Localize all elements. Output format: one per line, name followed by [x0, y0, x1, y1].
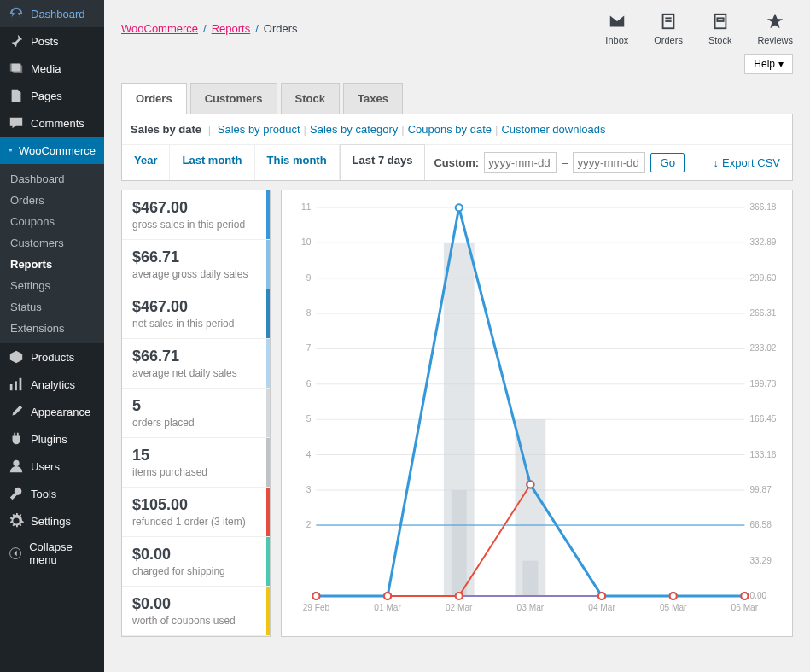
stat-value: $0.00 — [132, 595, 259, 613]
sidebar-item-appearance[interactable]: Appearance — [0, 398, 104, 425]
stat-color-bar — [266, 488, 270, 536]
sidebar-item-posts[interactable]: Posts — [0, 27, 104, 55]
stat-item[interactable]: $467.00gross sales in this period — [122, 190, 270, 240]
tab-taxes[interactable]: Taxes — [343, 83, 403, 114]
export-csv-button[interactable]: ↓ Export CSV — [702, 145, 792, 180]
submenu-reports[interactable]: Reports — [0, 254, 104, 275]
tab-stock[interactable]: Stock — [281, 83, 340, 114]
sidebar-item-pages[interactable]: Pages — [0, 82, 104, 109]
stats-panel: $467.00gross sales in this period$66.71a… — [121, 190, 271, 637]
svg-text:05 Mar: 05 Mar — [660, 603, 687, 612]
subtab-link[interactable]: Sales by category — [310, 123, 398, 136]
submenu-customers[interactable]: Customers — [0, 232, 104, 254]
range-this-month[interactable]: This month — [255, 145, 340, 180]
svg-point-63 — [312, 593, 319, 599]
date-to-input[interactable] — [573, 152, 645, 173]
sidebar-item-users[interactable]: Users — [0, 453, 104, 480]
svg-point-69 — [741, 593, 748, 599]
admin-sidebar: DashboardPostsMediaPagesCommentsWooWooCo… — [0, 0, 104, 672]
subtab-link[interactable]: Coupons by date — [408, 123, 492, 136]
submenu-status[interactable]: Status — [0, 296, 104, 318]
submenu-extensions[interactable]: Extensions — [0, 318, 104, 339]
range-year[interactable]: Year — [122, 145, 170, 180]
svg-rect-3 — [15, 381, 17, 390]
stat-item[interactable]: $0.00worth of coupons used — [122, 587, 270, 636]
svg-text:8: 8 — [306, 308, 312, 318]
user-icon — [9, 459, 24, 474]
stat-label: orders placed — [132, 417, 259, 429]
svg-text:299.60: 299.60 — [749, 273, 776, 283]
stat-item[interactable]: $66.71average net daily sales — [122, 339, 270, 389]
sidebar-item-label: WooCommerce — [19, 144, 96, 157]
stat-value: 5 — [132, 397, 259, 415]
submenu-orders[interactable]: Orders — [0, 190, 104, 211]
custom-label: Custom: — [434, 156, 479, 169]
sidebar-item-tools[interactable]: Tools — [0, 480, 104, 507]
stat-label: refunded 1 order (3 item) — [132, 516, 259, 528]
svg-point-58 — [456, 204, 463, 211]
stat-item[interactable]: $0.00charged for shipping — [122, 537, 270, 587]
stat-item[interactable]: $66.71average gross daily sales — [122, 240, 270, 289]
stat-value: 15 — [132, 447, 259, 465]
tool-icon — [9, 486, 24, 501]
sidebar-item-label: Posts — [31, 35, 59, 48]
svg-rect-54 — [522, 561, 538, 596]
sidebar-item-comments[interactable]: Comments — [0, 109, 104, 137]
breadcrumb: WooCommerce/ Reports/ Orders — [121, 22, 298, 35]
svg-rect-53 — [452, 490, 467, 596]
subtab-link[interactable]: Customer downloads — [501, 123, 605, 136]
sidebar-item-label: Comments — [31, 117, 84, 130]
svg-text:166.45: 166.45 — [749, 414, 776, 424]
tab-customers[interactable]: Customers — [190, 83, 277, 114]
sidebar-item-label: Analytics — [31, 378, 75, 391]
svg-text:10: 10 — [301, 237, 312, 247]
orders-button[interactable]: Orders — [654, 12, 683, 45]
svg-text:Woo: Woo — [9, 150, 11, 151]
help-button[interactable]: Help ▾ — [744, 54, 793, 74]
stat-item[interactable]: $105.00refunded 1 order (3 item) — [122, 488, 270, 537]
range-last-7-days[interactable]: Last 7 days — [340, 144, 426, 180]
svg-text:133.16: 133.16 — [749, 450, 776, 459]
stat-value: $105.00 — [132, 496, 259, 514]
sidebar-item-woocommerce[interactable]: WooWooCommerce — [0, 137, 104, 164]
stock-button[interactable]: Stock — [708, 12, 732, 45]
stat-color-bar — [266, 389, 270, 437]
date-from-input[interactable] — [484, 152, 557, 173]
stat-item[interactable]: 15items purchased — [122, 438, 270, 488]
breadcrumb-link[interactable]: Reports — [212, 22, 251, 35]
sidebar-item-collapse-menu[interactable]: Collapse menu — [0, 535, 104, 572]
brush-icon — [9, 404, 24, 419]
svg-text:199.73: 199.73 — [749, 379, 776, 389]
subtab-link[interactable]: Sales by product — [218, 123, 300, 136]
stat-item[interactable]: $467.00net sales in this period — [122, 289, 270, 339]
svg-text:266.31: 266.31 — [749, 308, 776, 318]
sidebar-item-label: Collapse menu — [29, 541, 96, 566]
stat-value: $66.71 — [132, 348, 259, 365]
inbox-button[interactable]: Inbox — [605, 12, 628, 45]
sidebar-item-products[interactable]: Products — [0, 343, 104, 371]
go-button[interactable]: Go — [650, 153, 685, 172]
sidebar-item-dashboard[interactable]: Dashboard — [0, 0, 104, 27]
svg-point-66 — [527, 482, 533, 488]
range-last-month[interactable]: Last month — [170, 145, 254, 180]
svg-text:4: 4 — [306, 450, 312, 459]
submenu-coupons[interactable]: Coupons — [0, 211, 104, 232]
svg-text:6: 6 — [306, 379, 312, 389]
breadcrumb-link[interactable]: WooCommerce — [121, 22, 198, 35]
sidebar-item-plugins[interactable]: Plugins — [0, 425, 104, 453]
submenu-dashboard[interactable]: Dashboard — [0, 168, 104, 190]
submenu-settings[interactable]: Settings — [0, 275, 104, 296]
svg-rect-4 — [20, 378, 22, 390]
svg-text:04 Mar: 04 Mar — [588, 603, 615, 612]
svg-text:03 Mar: 03 Mar — [517, 603, 545, 612]
sidebar-item-media[interactable]: Media — [0, 55, 104, 82]
tab-orders[interactable]: Orders — [121, 83, 187, 114]
svg-text:06 Mar: 06 Mar — [731, 603, 759, 612]
reviews-button[interactable]: Reviews — [757, 12, 793, 45]
plug-icon — [9, 431, 24, 447]
svg-point-64 — [384, 593, 391, 599]
sidebar-item-settings[interactable]: Settings — [0, 507, 104, 535]
stat-item[interactable]: 5orders placed — [122, 389, 270, 438]
top-icon-label: Stock — [708, 35, 732, 45]
sidebar-item-analytics[interactable]: Analytics — [0, 371, 104, 398]
